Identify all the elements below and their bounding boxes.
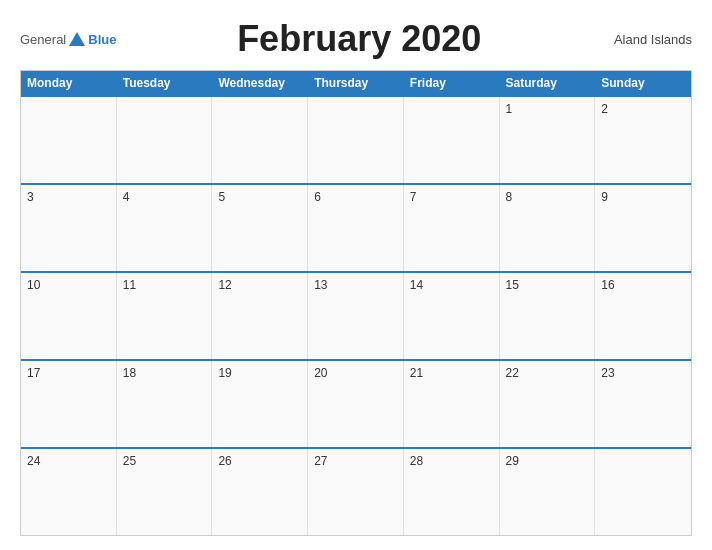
header-day-friday: Friday [404,71,500,95]
day-number: 16 [601,278,614,292]
day-number: 28 [410,454,423,468]
calendar-cell: 3 [21,185,117,271]
calendar-week-2: 3456789 [21,183,691,271]
calendar-cell: 20 [308,361,404,447]
calendar-page: General Blue February 2020 Aland Islands… [0,0,712,550]
calendar-week-1: 12 [21,95,691,183]
day-number: 27 [314,454,327,468]
calendar-week-3: 10111213141516 [21,271,691,359]
day-number: 4 [123,190,130,204]
calendar-cell [117,97,213,183]
calendar-cell [212,97,308,183]
calendar-cell [404,97,500,183]
logo-general: General [20,32,66,47]
day-number: 23 [601,366,614,380]
calendar-cell: 23 [595,361,691,447]
calendar-cell: 2 [595,97,691,183]
day-number: 26 [218,454,231,468]
calendar-cell: 1 [500,97,596,183]
calendar-cell: 4 [117,185,213,271]
calendar-cell [308,97,404,183]
page-header: General Blue February 2020 Aland Islands [20,18,692,60]
header-day-tuesday: Tuesday [117,71,213,95]
calendar-cell: 21 [404,361,500,447]
day-number: 18 [123,366,136,380]
calendar-cell: 29 [500,449,596,535]
calendar-cell: 17 [21,361,117,447]
header-day-wednesday: Wednesday [212,71,308,95]
calendar-cell: 13 [308,273,404,359]
calendar-cell: 27 [308,449,404,535]
day-number: 2 [601,102,608,116]
calendar-week-4: 17181920212223 [21,359,691,447]
header-day-sunday: Sunday [595,71,691,95]
page-title: February 2020 [116,18,602,60]
calendar-cell: 8 [500,185,596,271]
calendar-cell: 26 [212,449,308,535]
calendar-cell: 28 [404,449,500,535]
calendar-cell: 7 [404,185,500,271]
calendar-cell [595,449,691,535]
calendar-cell: 10 [21,273,117,359]
day-number: 22 [506,366,519,380]
calendar-cell: 6 [308,185,404,271]
day-number: 7 [410,190,417,204]
day-number: 21 [410,366,423,380]
day-number: 20 [314,366,327,380]
calendar-cell: 19 [212,361,308,447]
day-number: 10 [27,278,40,292]
logo-triangle-icon [69,32,85,46]
region-label: Aland Islands [602,32,692,47]
day-number: 9 [601,190,608,204]
calendar-cell [21,97,117,183]
day-number: 12 [218,278,231,292]
day-number: 6 [314,190,321,204]
calendar-cell: 14 [404,273,500,359]
day-number: 13 [314,278,327,292]
calendar-cell: 22 [500,361,596,447]
day-number: 3 [27,190,34,204]
day-number: 15 [506,278,519,292]
header-day-thursday: Thursday [308,71,404,95]
calendar-body: 1234567891011121314151617181920212223242… [21,95,691,535]
header-day-saturday: Saturday [500,71,596,95]
calendar-week-5: 242526272829 [21,447,691,535]
calendar-cell: 11 [117,273,213,359]
day-number: 24 [27,454,40,468]
day-number: 1 [506,102,513,116]
day-number: 5 [218,190,225,204]
calendar-grid: MondayTuesdayWednesdayThursdayFridaySatu… [20,70,692,536]
calendar-cell: 5 [212,185,308,271]
day-number: 25 [123,454,136,468]
day-number: 8 [506,190,513,204]
day-number: 29 [506,454,519,468]
calendar-cell: 25 [117,449,213,535]
header-day-monday: Monday [21,71,117,95]
logo: General Blue [20,32,116,47]
calendar-cell: 15 [500,273,596,359]
calendar-cell: 9 [595,185,691,271]
calendar-cell: 18 [117,361,213,447]
day-number: 19 [218,366,231,380]
day-number: 11 [123,278,136,292]
day-number: 14 [410,278,423,292]
calendar-header: MondayTuesdayWednesdayThursdayFridaySatu… [21,71,691,95]
day-number: 17 [27,366,40,380]
calendar-cell: 12 [212,273,308,359]
calendar-cell: 24 [21,449,117,535]
calendar-cell: 16 [595,273,691,359]
logo-blue: Blue [88,32,116,47]
